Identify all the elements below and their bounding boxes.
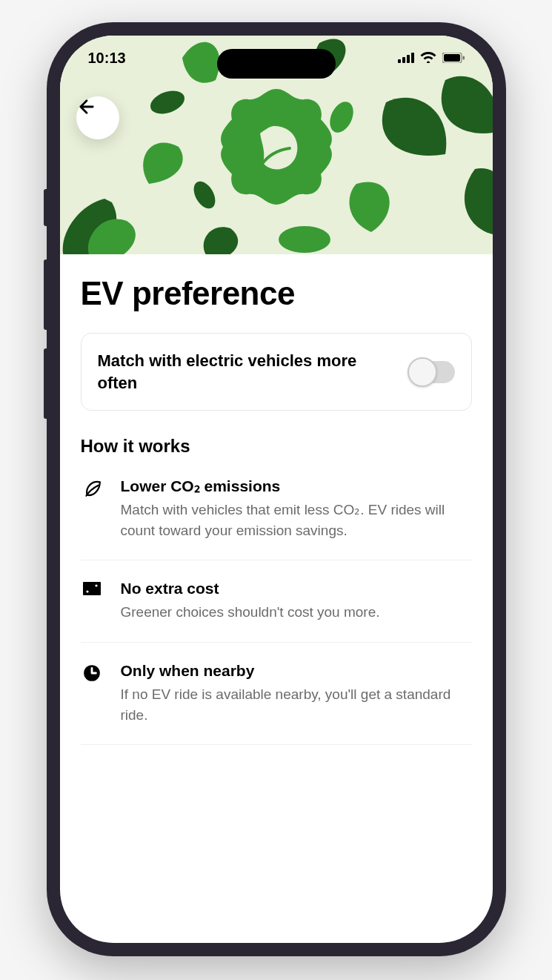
ev-toggle-card[interactable]: Match with electric vehicles more often <box>81 333 472 411</box>
svg-rect-3 <box>411 53 414 63</box>
svg-point-10 <box>147 87 187 119</box>
svg-rect-1 <box>402 57 405 63</box>
phone-frame: 10:13 <box>47 22 506 956</box>
battery-icon <box>442 50 465 67</box>
status-right <box>398 50 465 67</box>
info-desc: If no EV ride is available nearby, you'l… <box>121 684 472 725</box>
info-title: Lower CO₂ emissions <box>121 477 472 495</box>
svg-point-13 <box>95 585 97 587</box>
svg-rect-2 <box>407 55 410 63</box>
info-desc: Greener choices shouldn't cost you more. <box>121 602 472 623</box>
info-row-cost: No extra cost Greener choices shouldn't … <box>81 580 472 643</box>
page-title: EV preference <box>81 275 472 312</box>
info-title: Only when nearby <box>121 662 472 680</box>
clock-icon <box>81 662 103 725</box>
ticket-icon <box>81 580 103 623</box>
svg-rect-0 <box>398 59 401 63</box>
wifi-icon <box>420 50 436 67</box>
svg-rect-11 <box>83 582 101 595</box>
svg-point-12 <box>86 591 88 593</box>
ev-toggle-switch[interactable] <box>408 357 455 387</box>
content-area: EV preference Match with electric vehicl… <box>60 254 493 745</box>
svg-point-7 <box>279 226 330 253</box>
svg-rect-5 <box>444 54 460 62</box>
svg-point-9 <box>325 98 358 136</box>
svg-point-8 <box>189 178 219 213</box>
status-time: 10:13 <box>88 50 126 67</box>
dynamic-island <box>217 49 336 79</box>
cellular-icon <box>398 50 414 67</box>
toggle-knob <box>408 357 437 387</box>
back-button[interactable] <box>76 96 119 139</box>
how-it-works-heading: How it works <box>81 436 472 457</box>
info-row-emissions: Lower CO₂ emissions Match with vehicles … <box>81 477 472 560</box>
info-title: No extra cost <box>121 580 472 597</box>
toggle-label: Match with electric vehicles more often <box>98 350 396 394</box>
info-desc: Match with vehicles that emit less CO₂. … <box>121 500 472 540</box>
leaf-icon <box>81 477 103 540</box>
info-row-nearby: Only when nearby If no EV ride is availa… <box>81 662 472 745</box>
svg-rect-6 <box>462 56 465 59</box>
screen: 10:13 <box>60 36 493 943</box>
